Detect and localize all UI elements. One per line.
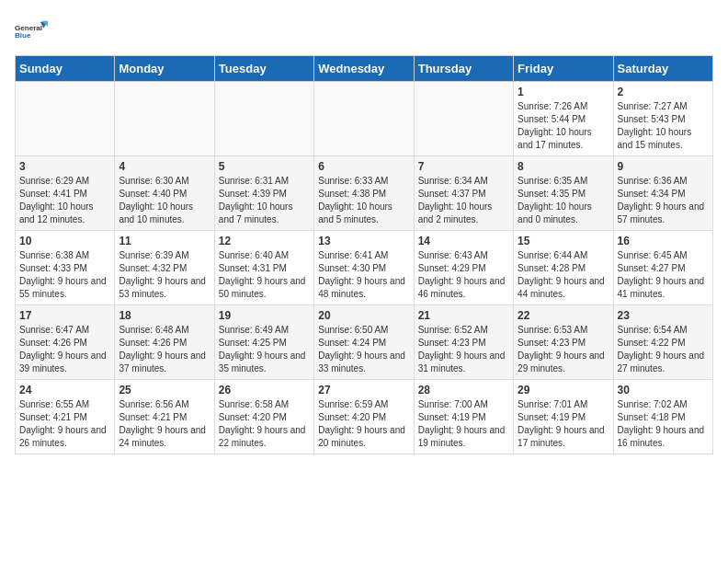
calendar-cell: 23Sunrise: 6:54 AM Sunset: 4:22 PM Dayli…	[613, 305, 712, 380]
day-info: Sunrise: 6:55 AM Sunset: 4:21 PM Dayligh…	[19, 398, 110, 450]
day-info: Sunrise: 6:30 AM Sunset: 4:40 PM Dayligh…	[119, 175, 210, 226]
day-info: Sunrise: 6:53 AM Sunset: 4:23 PM Dayligh…	[518, 324, 609, 375]
day-number: 29	[518, 384, 609, 396]
weekday-header-monday: Monday	[115, 56, 214, 82]
day-info: Sunrise: 6:34 AM Sunset: 4:37 PM Dayligh…	[418, 175, 509, 226]
calendar-cell	[115, 82, 214, 156]
calendar-cell: 4Sunrise: 6:30 AM Sunset: 4:40 PM Daylig…	[115, 156, 214, 231]
week-row-1: 1Sunrise: 7:26 AM Sunset: 5:44 PM Daylig…	[16, 82, 713, 156]
svg-text:Blue: Blue	[15, 31, 31, 40]
day-number: 20	[318, 309, 409, 322]
day-number: 12	[219, 235, 310, 247]
weekday-header-row: SundayMondayTuesdayWednesdayThursdayFrid…	[16, 56, 713, 82]
calendar-cell: 7Sunrise: 6:34 AM Sunset: 4:37 PM Daylig…	[414, 156, 513, 231]
calendar-cell: 5Sunrise: 6:31 AM Sunset: 4:39 PM Daylig…	[214, 156, 313, 231]
calendar-cell	[214, 82, 313, 156]
header: GeneralBlue	[15, 15, 713, 48]
calendar-cell: 10Sunrise: 6:38 AM Sunset: 4:33 PM Dayli…	[16, 231, 115, 305]
calendar-cell	[314, 82, 414, 156]
week-row-3: 10Sunrise: 6:38 AM Sunset: 4:33 PM Dayli…	[16, 231, 713, 305]
day-info: Sunrise: 6:39 AM Sunset: 4:32 PM Dayligh…	[119, 249, 210, 301]
calendar-cell	[414, 82, 513, 156]
day-number: 30	[618, 384, 709, 396]
day-number: 25	[119, 384, 210, 396]
day-number: 2	[618, 86, 709, 98]
calendar-cell: 27Sunrise: 6:59 AM Sunset: 4:20 PM Dayli…	[314, 380, 414, 454]
week-row-4: 17Sunrise: 6:47 AM Sunset: 4:26 PM Dayli…	[16, 305, 713, 380]
day-number: 1	[518, 86, 609, 98]
day-info: Sunrise: 6:45 AM Sunset: 4:27 PM Dayligh…	[618, 249, 709, 301]
calendar-cell: 12Sunrise: 6:40 AM Sunset: 4:31 PM Dayli…	[214, 231, 313, 305]
day-number: 22	[518, 309, 609, 322]
day-info: Sunrise: 6:50 AM Sunset: 4:24 PM Dayligh…	[318, 324, 409, 375]
day-info: Sunrise: 6:59 AM Sunset: 4:20 PM Dayligh…	[318, 398, 409, 450]
calendar-cell: 24Sunrise: 6:55 AM Sunset: 4:21 PM Dayli…	[16, 380, 115, 454]
day-number: 27	[318, 384, 409, 396]
day-number: 23	[618, 309, 709, 322]
day-info: Sunrise: 6:33 AM Sunset: 4:38 PM Dayligh…	[318, 175, 409, 226]
day-info: Sunrise: 7:01 AM Sunset: 4:19 PM Dayligh…	[518, 398, 609, 450]
calendar: SundayMondayTuesdayWednesdayThursdayFrid…	[15, 55, 713, 454]
day-info: Sunrise: 6:47 AM Sunset: 4:26 PM Dayligh…	[19, 324, 110, 375]
weekday-header-sunday: Sunday	[16, 56, 115, 82]
day-number: 11	[119, 235, 210, 247]
calendar-cell: 16Sunrise: 6:45 AM Sunset: 4:27 PM Dayli…	[613, 231, 712, 305]
calendar-cell: 2Sunrise: 7:27 AM Sunset: 5:43 PM Daylig…	[613, 82, 712, 156]
day-info: Sunrise: 6:38 AM Sunset: 4:33 PM Dayligh…	[19, 249, 110, 301]
day-info: Sunrise: 6:29 AM Sunset: 4:41 PM Dayligh…	[19, 175, 110, 226]
day-number: 21	[418, 309, 509, 322]
calendar-cell: 1Sunrise: 7:26 AM Sunset: 5:44 PM Daylig…	[514, 82, 613, 156]
calendar-cell: 17Sunrise: 6:47 AM Sunset: 4:26 PM Dayli…	[16, 305, 115, 380]
day-info: Sunrise: 6:44 AM Sunset: 4:28 PM Dayligh…	[518, 249, 609, 301]
day-info: Sunrise: 6:31 AM Sunset: 4:39 PM Dayligh…	[219, 175, 310, 226]
calendar-cell	[16, 82, 115, 156]
day-info: Sunrise: 6:36 AM Sunset: 4:34 PM Dayligh…	[618, 175, 709, 226]
weekday-header-tuesday: Tuesday	[214, 56, 313, 82]
weekday-header-saturday: Saturday	[613, 56, 712, 82]
day-number: 26	[219, 384, 310, 396]
day-number: 13	[318, 235, 409, 247]
day-info: Sunrise: 6:48 AM Sunset: 4:26 PM Dayligh…	[119, 324, 210, 375]
day-number: 17	[19, 309, 110, 322]
weekday-header-thursday: Thursday	[414, 56, 513, 82]
calendar-cell: 18Sunrise: 6:48 AM Sunset: 4:26 PM Dayli…	[115, 305, 214, 380]
calendar-cell: 29Sunrise: 7:01 AM Sunset: 4:19 PM Dayli…	[514, 380, 613, 454]
calendar-cell: 22Sunrise: 6:53 AM Sunset: 4:23 PM Dayli…	[514, 305, 613, 380]
calendar-cell: 19Sunrise: 6:49 AM Sunset: 4:25 PM Dayli…	[214, 305, 313, 380]
day-info: Sunrise: 6:41 AM Sunset: 4:30 PM Dayligh…	[318, 249, 409, 301]
day-info: Sunrise: 7:26 AM Sunset: 5:44 PM Dayligh…	[518, 100, 609, 152]
logo-icon: GeneralBlue	[15, 15, 48, 48]
calendar-cell: 15Sunrise: 6:44 AM Sunset: 4:28 PM Dayli…	[514, 231, 613, 305]
calendar-cell: 26Sunrise: 6:58 AM Sunset: 4:20 PM Dayli…	[214, 380, 313, 454]
calendar-cell: 13Sunrise: 6:41 AM Sunset: 4:30 PM Dayli…	[314, 231, 414, 305]
day-number: 24	[19, 384, 110, 396]
day-number: 6	[318, 160, 409, 173]
calendar-cell: 30Sunrise: 7:02 AM Sunset: 4:18 PM Dayli…	[613, 380, 712, 454]
day-number: 15	[518, 235, 609, 247]
day-info: Sunrise: 7:27 AM Sunset: 5:43 PM Dayligh…	[618, 100, 709, 152]
calendar-cell: 9Sunrise: 6:36 AM Sunset: 4:34 PM Daylig…	[613, 156, 712, 231]
calendar-cell: 3Sunrise: 6:29 AM Sunset: 4:41 PM Daylig…	[16, 156, 115, 231]
day-number: 14	[418, 235, 509, 247]
day-number: 7	[418, 160, 509, 173]
day-info: Sunrise: 6:54 AM Sunset: 4:22 PM Dayligh…	[618, 324, 709, 375]
week-row-2: 3Sunrise: 6:29 AM Sunset: 4:41 PM Daylig…	[16, 156, 713, 231]
day-number: 5	[219, 160, 310, 173]
calendar-cell: 25Sunrise: 6:56 AM Sunset: 4:21 PM Dayli…	[115, 380, 214, 454]
svg-text:General: General	[15, 24, 42, 32]
day-number: 8	[518, 160, 609, 173]
day-number: 4	[119, 160, 210, 173]
day-number: 10	[19, 235, 110, 247]
day-info: Sunrise: 7:00 AM Sunset: 4:19 PM Dayligh…	[418, 398, 509, 450]
day-info: Sunrise: 6:58 AM Sunset: 4:20 PM Dayligh…	[219, 398, 310, 450]
day-info: Sunrise: 6:49 AM Sunset: 4:25 PM Dayligh…	[219, 324, 310, 375]
day-info: Sunrise: 6:40 AM Sunset: 4:31 PM Dayligh…	[219, 249, 310, 301]
calendar-cell: 11Sunrise: 6:39 AM Sunset: 4:32 PM Dayli…	[115, 231, 214, 305]
calendar-cell: 21Sunrise: 6:52 AM Sunset: 4:23 PM Dayli…	[414, 305, 513, 380]
calendar-cell: 6Sunrise: 6:33 AM Sunset: 4:38 PM Daylig…	[314, 156, 414, 231]
week-row-5: 24Sunrise: 6:55 AM Sunset: 4:21 PM Dayli…	[16, 380, 713, 454]
calendar-cell: 20Sunrise: 6:50 AM Sunset: 4:24 PM Dayli…	[314, 305, 414, 380]
calendar-cell: 28Sunrise: 7:00 AM Sunset: 4:19 PM Dayli…	[414, 380, 513, 454]
day-info: Sunrise: 6:56 AM Sunset: 4:21 PM Dayligh…	[119, 398, 210, 450]
day-number: 28	[418, 384, 509, 396]
